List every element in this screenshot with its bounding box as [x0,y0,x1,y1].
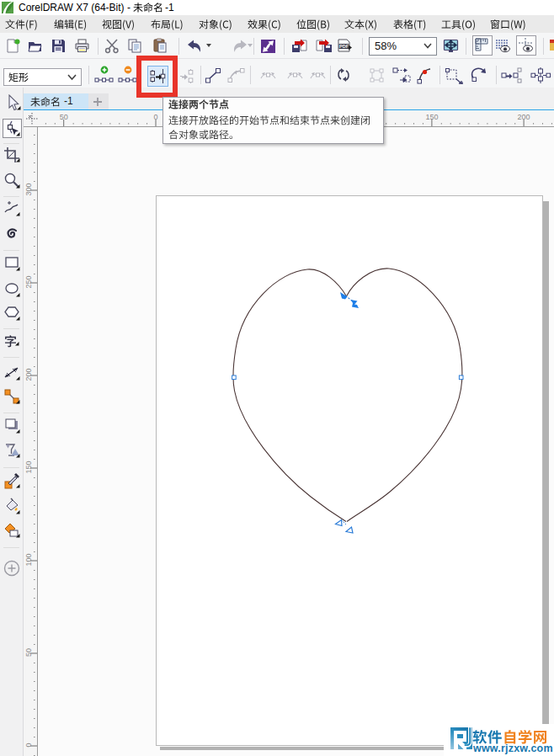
svg-text:200: 200 [518,113,530,121]
svg-text:200: 200 [24,368,33,381]
svg-text:250: 250 [24,275,33,288]
svg-text:0: 0 [24,743,33,747]
svg-text:PDF: PDF [339,44,349,49]
svg-text:150: 150 [24,461,33,473]
svg-text:0: 0 [153,113,157,121]
svg-text:100: 100 [24,553,33,566]
svg-text:150: 150 [425,113,438,121]
svg-text:300: 300 [24,183,33,195]
svg-text:50: 50 [24,648,33,657]
svg-text:50: 50 [60,113,68,121]
